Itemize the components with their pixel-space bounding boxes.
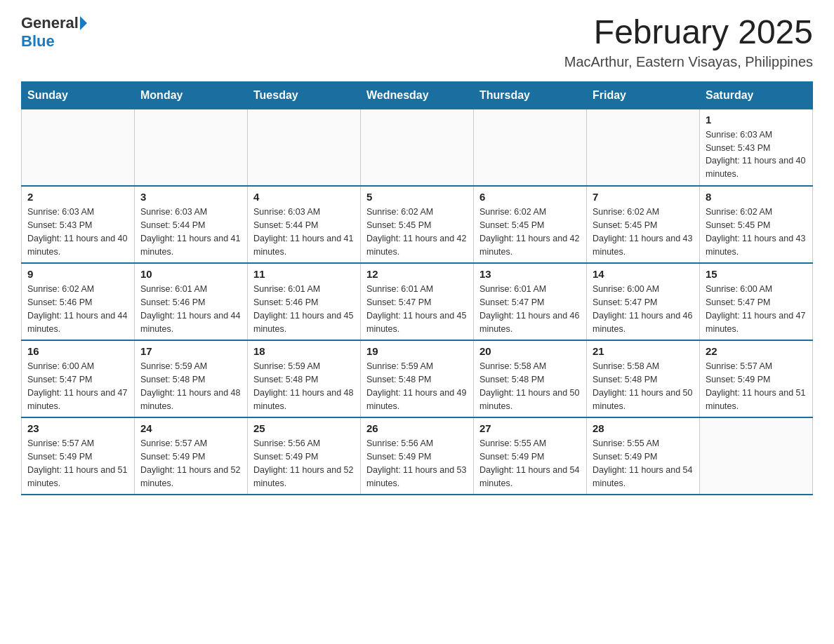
table-row: [22, 109, 135, 186]
sunset-text: Sunset: 5:45 PM: [366, 219, 468, 232]
day-info: Sunrise: 6:00 AMSunset: 5:47 PMDaylight:…: [706, 283, 807, 335]
day-number: 19: [366, 345, 468, 357]
daylight-text: Daylight: 11 hours and 42 minutes.: [366, 232, 468, 259]
table-row: 25Sunrise: 5:56 AMSunset: 5:49 PMDayligh…: [248, 417, 361, 495]
sunset-text: Sunset: 5:49 PM: [593, 450, 694, 464]
day-number: 2: [27, 191, 128, 203]
sunrise-text: Sunrise: 6:00 AM: [27, 360, 128, 373]
table-row: 12Sunrise: 6:01 AMSunset: 5:47 PMDayligh…: [361, 263, 474, 340]
sunset-text: Sunset: 5:46 PM: [253, 296, 355, 309]
table-row: 1Sunrise: 6:03 AMSunset: 5:43 PMDaylight…: [700, 109, 813, 186]
table-row: 4Sunrise: 6:03 AMSunset: 5:44 PMDaylight…: [248, 186, 361, 263]
daylight-text: Daylight: 11 hours and 47 minutes.: [706, 309, 807, 336]
day-number: 27: [479, 422, 581, 434]
table-row: 18Sunrise: 5:59 AMSunset: 5:48 PMDayligh…: [248, 340, 361, 417]
sunset-text: Sunset: 5:44 PM: [140, 219, 241, 232]
sunrise-text: Sunrise: 5:56 AM: [366, 437, 468, 450]
sunrise-text: Sunrise: 5:57 AM: [27, 437, 128, 450]
day-info: Sunrise: 6:01 AMSunset: 5:47 PMDaylight:…: [479, 283, 581, 335]
sunrise-text: Sunrise: 6:02 AM: [27, 283, 128, 296]
sunset-text: Sunset: 5:48 PM: [593, 373, 694, 387]
sunset-text: Sunset: 5:43 PM: [706, 142, 807, 155]
day-info: Sunrise: 5:59 AMSunset: 5:48 PMDaylight:…: [366, 360, 468, 412]
header-monday: Monday: [135, 81, 248, 109]
table-row: 13Sunrise: 6:01 AMSunset: 5:47 PMDayligh…: [474, 263, 587, 340]
daylight-text: Daylight: 11 hours and 50 minutes.: [593, 387, 694, 413]
day-info: Sunrise: 6:02 AMSunset: 5:45 PMDaylight:…: [366, 206, 468, 258]
day-number: 22: [706, 345, 807, 357]
calendar-week-row: 1Sunrise: 6:03 AMSunset: 5:43 PMDaylight…: [22, 109, 813, 186]
table-row: 19Sunrise: 5:59 AMSunset: 5:48 PMDayligh…: [361, 340, 474, 417]
table-row: 3Sunrise: 6:03 AMSunset: 5:44 PMDaylight…: [135, 186, 248, 263]
table-row: 26Sunrise: 5:56 AMSunset: 5:49 PMDayligh…: [361, 417, 474, 495]
day-info: Sunrise: 6:02 AMSunset: 5:45 PMDaylight:…: [706, 206, 807, 258]
day-number: 21: [593, 345, 694, 357]
sunset-text: Sunset: 5:49 PM: [253, 450, 355, 464]
sunset-text: Sunset: 5:47 PM: [366, 296, 468, 309]
daylight-text: Daylight: 11 hours and 54 minutes.: [479, 464, 581, 490]
daylight-text: Daylight: 11 hours and 45 minutes.: [366, 309, 468, 336]
sunrise-text: Sunrise: 6:02 AM: [479, 206, 581, 219]
table-row: 11Sunrise: 6:01 AMSunset: 5:46 PMDayligh…: [248, 263, 361, 340]
day-number: 1: [706, 114, 807, 126]
table-row: [135, 109, 248, 186]
day-info: Sunrise: 6:01 AMSunset: 5:46 PMDaylight:…: [253, 283, 355, 335]
daylight-text: Daylight: 11 hours and 49 minutes.: [366, 387, 468, 413]
table-row: 14Sunrise: 6:00 AMSunset: 5:47 PMDayligh…: [587, 263, 700, 340]
sunrise-text: Sunrise: 6:00 AM: [593, 283, 694, 296]
day-info: Sunrise: 5:55 AMSunset: 5:49 PMDaylight:…: [593, 437, 694, 490]
sunset-text: Sunset: 5:48 PM: [253, 373, 355, 387]
sunrise-text: Sunrise: 5:55 AM: [479, 437, 581, 450]
table-row: [361, 109, 474, 186]
daylight-text: Daylight: 11 hours and 43 minutes.: [706, 232, 807, 259]
day-info: Sunrise: 6:01 AMSunset: 5:47 PMDaylight:…: [366, 283, 468, 335]
sunset-text: Sunset: 5:49 PM: [479, 450, 581, 464]
table-row: 5Sunrise: 6:02 AMSunset: 5:45 PMDaylight…: [361, 186, 474, 263]
sunset-text: Sunset: 5:49 PM: [140, 450, 241, 464]
day-info: Sunrise: 6:03 AMSunset: 5:44 PMDaylight:…: [140, 206, 241, 258]
day-info: Sunrise: 6:00 AMSunset: 5:47 PMDaylight:…: [27, 360, 128, 412]
daylight-text: Daylight: 11 hours and 54 minutes.: [593, 464, 694, 490]
sunrise-text: Sunrise: 6:03 AM: [140, 206, 241, 219]
title-area: February 2025 MacArthur, Eastern Visayas…: [564, 14, 813, 70]
calendar-table: Sunday Monday Tuesday Wednesday Thursday…: [21, 81, 813, 496]
day-info: Sunrise: 5:57 AMSunset: 5:49 PMDaylight:…: [27, 437, 128, 490]
day-info: Sunrise: 5:57 AMSunset: 5:49 PMDaylight:…: [706, 360, 807, 412]
day-number: 12: [366, 268, 468, 280]
day-info: Sunrise: 5:59 AMSunset: 5:48 PMDaylight:…: [140, 360, 241, 412]
day-info: Sunrise: 5:55 AMSunset: 5:49 PMDaylight:…: [479, 437, 581, 490]
day-info: Sunrise: 6:02 AMSunset: 5:45 PMDaylight:…: [479, 206, 581, 258]
sunrise-text: Sunrise: 5:59 AM: [366, 360, 468, 373]
sunset-text: Sunset: 5:48 PM: [479, 373, 581, 387]
daylight-text: Daylight: 11 hours and 42 minutes.: [479, 232, 581, 259]
day-number: 7: [593, 191, 694, 203]
logo-triangle-icon: [80, 16, 87, 30]
day-info: Sunrise: 5:57 AMSunset: 5:49 PMDaylight:…: [140, 437, 241, 490]
daylight-text: Daylight: 11 hours and 53 minutes.: [366, 464, 468, 490]
day-number: 25: [253, 422, 355, 434]
sunset-text: Sunset: 5:47 PM: [593, 296, 694, 309]
sunset-text: Sunset: 5:48 PM: [140, 373, 241, 387]
table-row: 7Sunrise: 6:02 AMSunset: 5:45 PMDaylight…: [587, 186, 700, 263]
day-number: 18: [253, 345, 355, 357]
sunset-text: Sunset: 5:46 PM: [140, 296, 241, 309]
day-number: 9: [27, 268, 128, 280]
table-row: 24Sunrise: 5:57 AMSunset: 5:49 PMDayligh…: [135, 417, 248, 495]
day-number: 14: [593, 268, 694, 280]
daylight-text: Daylight: 11 hours and 48 minutes.: [140, 387, 241, 413]
sunrise-text: Sunrise: 6:03 AM: [706, 128, 807, 142]
daylight-text: Daylight: 11 hours and 41 minutes.: [140, 232, 241, 259]
daylight-text: Daylight: 11 hours and 48 minutes.: [253, 387, 355, 413]
daylight-text: Daylight: 11 hours and 41 minutes.: [253, 232, 355, 259]
header-sunday: Sunday: [22, 81, 135, 109]
header-wednesday: Wednesday: [361, 81, 474, 109]
sunset-text: Sunset: 5:45 PM: [479, 219, 581, 232]
day-number: 13: [479, 268, 581, 280]
header-saturday: Saturday: [700, 81, 813, 109]
day-number: 3: [140, 191, 241, 203]
day-number: 26: [366, 422, 468, 434]
day-number: 20: [479, 345, 581, 357]
day-info: Sunrise: 5:58 AMSunset: 5:48 PMDaylight:…: [593, 360, 694, 412]
day-number: 5: [366, 191, 468, 203]
table-row: 27Sunrise: 5:55 AMSunset: 5:49 PMDayligh…: [474, 417, 587, 495]
